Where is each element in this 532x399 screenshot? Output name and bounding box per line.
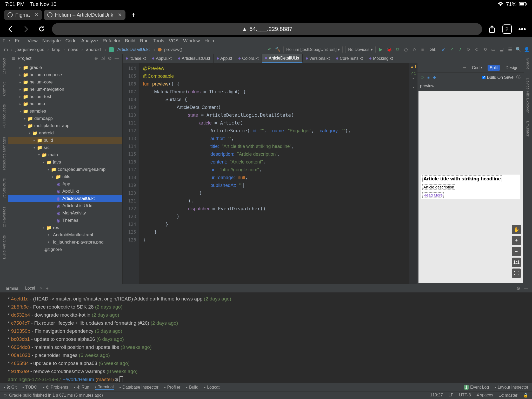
crumb[interactable]: android xyxy=(84,47,102,53)
tree-item[interactable]: ▫ic_launcher-playstore.png xyxy=(8,239,122,246)
editor-tab[interactable]: :tCase.kt xyxy=(123,54,149,63)
up-icon[interactable]: ⌃ xyxy=(411,77,415,83)
close-icon[interactable]: ✕ xyxy=(35,12,38,18)
menu-file[interactable]: File xyxy=(3,38,10,44)
search-icon[interactable]: 🔍 xyxy=(515,47,521,53)
tree-item[interactable]: ▸📁utils xyxy=(8,173,122,180)
crumb[interactable]: kmp xyxy=(50,47,62,53)
terminal-add-icon[interactable]: + xyxy=(46,286,49,291)
nav-back-icon[interactable]: ↶ xyxy=(267,47,272,53)
fullscreen-icon[interactable]: ⛶ xyxy=(512,269,521,278)
bottom-logcat[interactable]: ▪ Logcat xyxy=(204,385,220,390)
bottom-todo[interactable]: ▪ TODO xyxy=(22,385,37,390)
gear-icon[interactable]: ⚙ xyxy=(516,286,520,291)
lock-icon[interactable]: 🔒 xyxy=(523,393,528,398)
tree-item[interactable]: ▾📁com.joaquimverges.kmp xyxy=(8,166,122,173)
layers-icon[interactable]: ◈ xyxy=(427,75,430,80)
menu-navigate[interactable]: Navigate xyxy=(42,38,61,44)
editor-tab[interactable]: Mocking.kt xyxy=(366,54,396,63)
tree-item[interactable]: ▸📁helium-navigation xyxy=(8,86,122,93)
crumb[interactable]: joaquimverges xyxy=(14,47,46,53)
hide-icon[interactable]: — xyxy=(115,56,119,61)
tree-item[interactable]: ▸📁res xyxy=(8,224,122,231)
editor-tab[interactable]: ArticleDetailUi.kt xyxy=(262,54,302,63)
tool-7-structure[interactable]: 7: Structure xyxy=(2,176,6,200)
editor-tab[interactable]: App.kt xyxy=(214,54,235,63)
menu-refactor[interactable]: Refactor xyxy=(103,38,120,44)
profile-icon[interactable]: ◷ xyxy=(403,47,409,53)
indent-setting[interactable]: 4 spaces xyxy=(477,393,493,398)
view-mode-code[interactable]: Code xyxy=(470,65,484,71)
tree-item[interactable]: ◉MainActivity xyxy=(8,210,122,217)
warning-icon[interactable]: ▲1 xyxy=(410,64,417,70)
sdk-icon[interactable]: ⬓ xyxy=(499,47,504,53)
project-tree[interactable]: ▸📁gradle▸📁helium-compose▸📁helium-core▸📁h… xyxy=(8,63,122,284)
crumb[interactable]: news xyxy=(66,47,80,53)
layers2-icon[interactable]: ◆ xyxy=(433,75,436,80)
terminal-close-icon[interactable]: × xyxy=(40,286,42,291)
editor-tab[interactable]: CoreTests.kt xyxy=(333,54,366,63)
tool-build-variants[interactable]: Build Variants xyxy=(2,234,6,260)
tree-item[interactable]: ▸📁demoapp xyxy=(8,115,122,122)
run-icon[interactable]: ▶ xyxy=(378,47,384,53)
new-tab-button[interactable]: + xyxy=(129,10,138,19)
code-editor[interactable]: 1041051061071081091101111121131141151161… xyxy=(123,63,417,284)
tool-2-favorites[interactable]: 2: Favorites xyxy=(2,205,6,228)
refresh-icon[interactable]: ⟳ xyxy=(421,75,424,80)
crumb[interactable]: m xyxy=(3,47,9,53)
bottom-9-git[interactable]: ▪ 9: Git xyxy=(4,385,17,390)
tree-item[interactable]: ▸📁build xyxy=(8,137,122,144)
back-button[interactable] xyxy=(5,24,16,34)
forward-button[interactable] xyxy=(21,24,31,34)
preview-canvas[interactable]: Article title with striking headline Art… xyxy=(418,91,523,283)
tree-item[interactable]: ▸📁helium-test xyxy=(8,93,122,100)
crumb-file[interactable]: ArticleDetailUi.kt xyxy=(116,47,151,53)
tabs-button[interactable]: 2 xyxy=(502,24,512,34)
sync-icon[interactable]: ⟳ xyxy=(4,393,7,398)
zoom-out-icon[interactable]: − xyxy=(512,247,521,256)
tree-item[interactable]: ▫.gitignore xyxy=(8,246,122,253)
preview-menu-icon[interactable]: ☰ xyxy=(462,65,466,70)
cursor-position[interactable]: 119:27 xyxy=(430,393,443,398)
preview-read-more[interactable]: Read More xyxy=(422,192,444,198)
debug-icon[interactable]: 🐞 xyxy=(387,47,392,53)
share-button[interactable] xyxy=(487,24,497,34)
crumb-method[interactable]: preview() xyxy=(163,47,184,53)
tree-item[interactable]: ▾📁main xyxy=(8,151,122,159)
history-icon[interactable]: ↺ xyxy=(466,47,471,53)
reload-button[interactable] xyxy=(36,24,47,34)
tree-item[interactable]: ◉ArticleDetailUi.kt xyxy=(8,195,122,202)
menu-view[interactable]: View xyxy=(28,38,38,44)
zoom-in-icon[interactable]: + xyxy=(512,236,521,245)
menu-code[interactable]: Code xyxy=(65,38,77,44)
bottom-event-log[interactable]: 1 Event Log xyxy=(464,385,489,390)
sync-icon[interactable]: ⟲ xyxy=(482,47,488,53)
tool-gradle[interactable]: Gradle xyxy=(526,56,530,71)
user-icon[interactable]: 👤 xyxy=(524,47,529,53)
more-button[interactable]: ••• xyxy=(517,24,527,34)
zoom-reset[interactable]: 1:1 xyxy=(512,258,521,267)
menu-tools[interactable]: Tools xyxy=(153,38,164,44)
avd-icon[interactable]: ▭ xyxy=(490,47,496,53)
tree-item[interactable]: ▾📁src xyxy=(8,144,122,151)
tool-pull-requests[interactable]: Pull Requests xyxy=(2,103,6,130)
bottom-build[interactable]: ▪ Build xyxy=(186,385,198,390)
expand-icon[interactable]: ⇲ xyxy=(101,56,106,61)
browser-tab-figma[interactable]: Figma ✕ xyxy=(4,10,42,20)
bottom-database-inspector[interactable]: ▪ Database Inspector xyxy=(119,385,158,390)
down-icon[interactable]: ⌄ xyxy=(411,84,415,89)
encoding[interactable]: UTF-8 xyxy=(459,393,471,398)
bottom-4-run[interactable]: ▪ 4: Run xyxy=(74,385,89,390)
tree-item[interactable]: ▸📁helium-compose xyxy=(8,71,122,79)
menu-window[interactable]: Window xyxy=(183,38,200,44)
tool-emulator[interactable]: Emulator xyxy=(526,119,530,138)
browser-tab-helium[interactable]: Helium – ArticleDetailUi.k ✕ xyxy=(44,10,126,20)
ok-icon[interactable]: ✓1 xyxy=(410,71,416,76)
git-branch[interactable]: ⎇ master xyxy=(499,393,517,398)
attach-icon[interactable]: ⎋ xyxy=(411,47,417,53)
menu-build[interactable]: Build xyxy=(125,38,135,44)
view-mode-design[interactable]: Design xyxy=(503,65,521,71)
minimize-icon[interactable]: — xyxy=(524,286,528,291)
bottom-layout-inspector[interactable]: ▪ Layout Inspector xyxy=(495,385,528,390)
editor-tab[interactable]: Colors.kt xyxy=(235,54,262,63)
